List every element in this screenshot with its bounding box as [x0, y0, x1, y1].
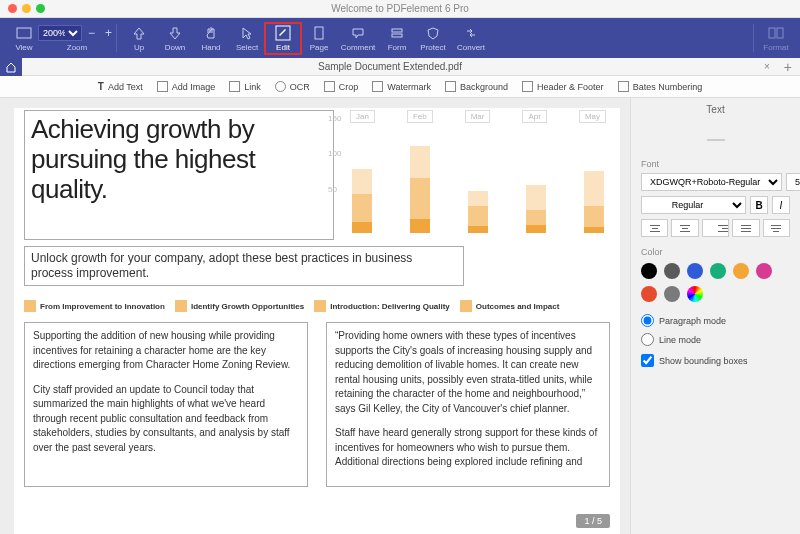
headline-text[interactable]: Achieving growth by pursuing the highest…: [24, 110, 334, 240]
edit-icon: [275, 25, 291, 41]
chart-month-label: Apr: [522, 110, 546, 123]
section-tag[interactable]: Introduction: Delivering Quality: [314, 300, 450, 312]
color-swatch[interactable]: [733, 263, 749, 279]
ocr-button[interactable]: OCR: [275, 81, 310, 92]
convert-button[interactable]: Convert: [451, 23, 491, 54]
shield-icon: [425, 25, 441, 41]
link-icon: [229, 81, 240, 92]
background-icon: [445, 81, 456, 92]
hand-button[interactable]: Hand: [193, 23, 229, 54]
zoom-select[interactable]: 200%: [38, 25, 82, 41]
bates-numbering-button[interactable]: Bates Numbering: [618, 81, 703, 92]
zoom-in-button[interactable]: +: [101, 26, 116, 40]
tag-icon: [24, 300, 36, 312]
bounding-boxes-checkbox[interactable]: Show bounding boxes: [641, 354, 790, 367]
add-image-button[interactable]: Add Image: [157, 81, 216, 92]
svg-rect-3: [392, 29, 402, 32]
down-button[interactable]: Down: [157, 23, 193, 54]
up-button[interactable]: Up: [121, 23, 157, 54]
watermark-icon: [372, 81, 383, 92]
background-button[interactable]: Background: [445, 81, 508, 92]
subheading-text[interactable]: Unlock growth for your company, adopt th…: [24, 246, 464, 286]
add-text-button[interactable]: TAdd Text: [98, 81, 143, 92]
protect-button[interactable]: Protect: [415, 23, 451, 54]
paragraph-mode-radio[interactable]: Paragraph mode: [641, 314, 790, 327]
bar-chart: JanFebMarAprMay 50100150: [346, 110, 610, 240]
svg-rect-2: [315, 27, 323, 39]
svg-rect-5: [769, 28, 775, 38]
svg-rect-4: [392, 34, 402, 37]
chart-bar: [584, 171, 604, 233]
align-other-button[interactable]: [763, 219, 790, 237]
document-tab[interactable]: Sample Document Extended.pdf: [22, 61, 758, 72]
section-tag[interactable]: Identify Growth Opportunities: [175, 300, 304, 312]
line-mode-radio[interactable]: Line mode: [641, 333, 790, 346]
align-right-button[interactable]: [702, 219, 729, 237]
chart-month-label: Jan: [350, 110, 375, 123]
section-tag[interactable]: Outcomes and Impact: [460, 300, 560, 312]
header-footer-button[interactable]: Header & Footer: [522, 81, 604, 92]
comment-button[interactable]: Comment: [337, 23, 379, 54]
ocr-icon: [275, 81, 286, 92]
view-icon: [16, 25, 32, 41]
align-left-button[interactable]: [641, 219, 668, 237]
panel-handle: [707, 139, 725, 141]
home-icon: [5, 61, 17, 73]
svg-rect-6: [777, 28, 783, 38]
color-swatch[interactable]: [641, 286, 657, 302]
chart-month-label: Mar: [465, 110, 491, 123]
convert-icon: [463, 25, 479, 41]
chart-ytick: 150: [328, 114, 341, 123]
chart-bar: [352, 169, 372, 233]
cursor-icon: [239, 25, 255, 41]
home-tab[interactable]: [0, 58, 22, 76]
chart-bar: [410, 146, 430, 233]
image-icon: [157, 81, 168, 92]
chart-month-label: Feb: [407, 110, 433, 123]
color-swatch[interactable]: [687, 286, 703, 302]
svg-rect-0: [17, 28, 31, 38]
font-size-select[interactable]: 5.0: [786, 173, 800, 191]
chart-month-label: May: [579, 110, 606, 123]
crop-button[interactable]: Crop: [324, 81, 359, 92]
bold-button[interactable]: B: [750, 196, 768, 214]
color-swatch[interactable]: [687, 263, 703, 279]
main-toolbar: View 200% − + Zoom Up Down Hand Select E…: [0, 18, 800, 58]
align-justify-button[interactable]: [732, 219, 759, 237]
form-button[interactable]: Form: [379, 23, 415, 54]
close-tab-button[interactable]: ×: [758, 61, 776, 72]
format-icon: [768, 25, 784, 41]
crop-icon: [324, 81, 335, 92]
zoom-control[interactable]: 200% − + Zoom: [42, 23, 112, 54]
watermark-button[interactable]: Watermark: [372, 81, 431, 92]
font-family-select[interactable]: XDGWQR+Roboto-Regular: [641, 173, 782, 191]
color-swatch[interactable]: [641, 263, 657, 279]
separator: [753, 24, 754, 52]
italic-button[interactable]: I: [772, 196, 790, 214]
page-button[interactable]: Page: [301, 23, 337, 54]
link-button[interactable]: Link: [229, 81, 261, 92]
color-swatch[interactable]: [664, 263, 680, 279]
section-tag[interactable]: From Improvement to Innovation: [24, 300, 165, 312]
format-button[interactable]: Format: [758, 23, 794, 54]
bates-icon: [618, 81, 629, 92]
column-right[interactable]: “Providing home owners with these types …: [326, 322, 610, 487]
page-indicator: 1 / 5: [576, 514, 610, 528]
color-swatch[interactable]: [664, 286, 680, 302]
panel-title: Text: [641, 104, 790, 115]
font-section-label: Font: [641, 159, 790, 169]
color-section-label: Color: [641, 247, 790, 257]
align-center-button[interactable]: [671, 219, 698, 237]
document-pane[interactable]: Achieving growth by pursuing the highest…: [0, 98, 630, 534]
app-title: Welcome to PDFelement 6 Pro: [0, 3, 800, 14]
tag-icon: [460, 300, 472, 312]
color-swatch[interactable]: [756, 263, 772, 279]
font-style-select[interactable]: Regular: [641, 196, 746, 214]
select-button[interactable]: Select: [229, 23, 265, 54]
color-swatch[interactable]: [710, 263, 726, 279]
edit-button[interactable]: Edit: [265, 23, 301, 54]
column-left[interactable]: Supporting the addition of new housing w…: [24, 322, 308, 487]
add-tab-button[interactable]: +: [776, 59, 800, 75]
zoom-out-button[interactable]: −: [84, 26, 99, 40]
view-button[interactable]: View: [6, 23, 42, 54]
